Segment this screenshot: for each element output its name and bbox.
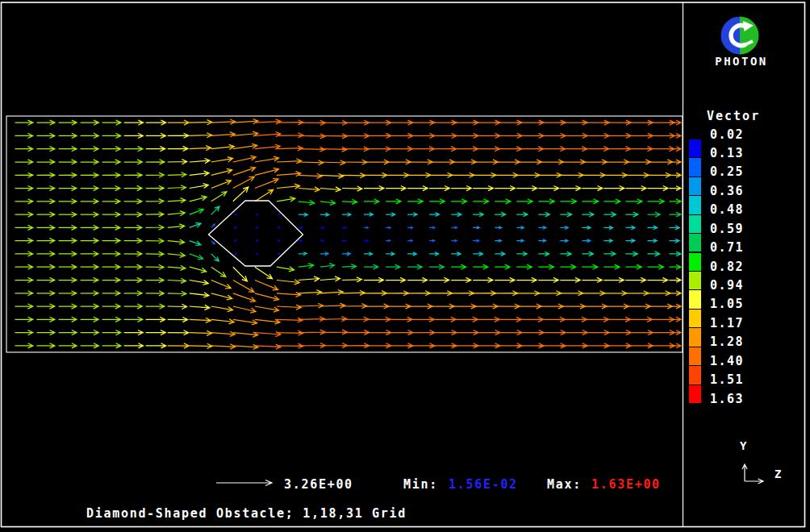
vector-arrow xyxy=(168,252,186,257)
legend-swatch xyxy=(689,215,701,233)
vector-arrow xyxy=(386,213,395,217)
vector-arrow xyxy=(451,291,474,296)
legend-value-label: 0.02 xyxy=(710,128,775,142)
vector-arrow xyxy=(407,227,412,229)
vector-arrow xyxy=(190,318,211,322)
vector-arrow xyxy=(124,160,143,164)
vector-arrow xyxy=(451,239,457,242)
vector-arrow xyxy=(648,251,660,256)
vector-arrow xyxy=(560,212,571,217)
vector-arrow xyxy=(190,293,209,297)
blocked-cell-dot xyxy=(256,227,258,229)
vector-arrow xyxy=(342,199,357,204)
vector-arrow xyxy=(59,304,77,309)
vector-arrow xyxy=(233,167,256,175)
vector-arrow xyxy=(670,304,682,309)
vector-arrow xyxy=(146,212,164,217)
legend-swatch xyxy=(689,272,701,289)
vector-arrow xyxy=(582,172,605,177)
vector-arrow xyxy=(255,144,280,149)
vector-arrow xyxy=(15,225,33,230)
vector-arrow xyxy=(670,239,680,243)
vector-arrow xyxy=(102,225,120,230)
vector-arrow xyxy=(146,133,166,138)
vector-arrow xyxy=(364,304,389,309)
vector-arrow xyxy=(211,192,227,202)
vector-arrow xyxy=(59,330,77,335)
vector-arrow xyxy=(516,264,532,269)
vector-arrow xyxy=(59,225,77,230)
vector-arrow xyxy=(407,160,432,164)
vector-arrow xyxy=(81,330,99,335)
vector-arrow xyxy=(648,291,670,296)
vector-arrow xyxy=(538,251,549,256)
vector-arrow xyxy=(81,199,98,204)
vector-arrow xyxy=(190,241,201,246)
vector-arrow xyxy=(37,172,55,177)
vector-arrow xyxy=(451,160,476,164)
vector-arrow xyxy=(516,212,528,216)
vector-arrow xyxy=(37,225,55,230)
vector-arrow xyxy=(15,199,33,204)
legend-swatch xyxy=(689,366,701,384)
vector-arrow xyxy=(342,240,345,242)
vector-arrow xyxy=(670,278,682,283)
vector-arrow xyxy=(124,133,144,138)
vector-arrow xyxy=(37,133,55,138)
vector-arrow xyxy=(190,171,209,176)
vector-arrow xyxy=(516,160,541,164)
photon-logo-label: PHOTON xyxy=(704,55,779,69)
vector-arrow xyxy=(37,186,55,191)
blocked-cell-dot xyxy=(256,253,258,256)
vector-arrow xyxy=(81,160,98,164)
vector-arrow xyxy=(146,225,164,230)
vector-arrow xyxy=(582,226,591,229)
blocked-cell-dot xyxy=(234,227,236,229)
vector-arrow xyxy=(648,199,665,204)
vector-arrow xyxy=(670,251,682,256)
vector-arrow xyxy=(364,240,368,242)
vector-arrow xyxy=(407,291,430,296)
vector-arrow xyxy=(516,199,532,204)
vector-arrow xyxy=(451,186,471,191)
vector-arrow xyxy=(146,172,165,177)
vector-arrow xyxy=(255,179,278,189)
vector-arrow xyxy=(495,251,505,256)
vector-arrow xyxy=(364,252,373,256)
vector-arrow xyxy=(648,160,673,164)
vector-arrow xyxy=(124,199,142,204)
vector-arrow xyxy=(538,186,558,191)
vector-arrow xyxy=(560,226,568,229)
vector-arrow xyxy=(211,119,236,124)
vector-arrow xyxy=(320,264,335,268)
vector-arrow xyxy=(625,212,638,217)
vector-arrow xyxy=(451,199,466,204)
vector-arrow xyxy=(211,344,236,349)
vector-arrow xyxy=(603,199,620,204)
vector-arrow xyxy=(102,277,120,282)
vector-arrow xyxy=(37,343,56,348)
vector-arrow xyxy=(582,239,590,243)
vector-arrow xyxy=(320,227,324,228)
vector-arrow xyxy=(342,277,361,282)
legend-value-label: 0.94 xyxy=(710,279,775,293)
vector-arrow xyxy=(320,200,336,205)
vector-arrow xyxy=(364,264,378,269)
vector-arrow xyxy=(277,159,302,164)
vector-arrow xyxy=(386,252,395,256)
vector-arrow xyxy=(102,212,120,217)
vector-arrow xyxy=(495,277,515,282)
vector-arrow xyxy=(233,119,258,124)
vector-arrow xyxy=(625,304,650,309)
vector-arrow xyxy=(582,212,594,217)
vector-arrow xyxy=(233,293,256,302)
vector-arrow xyxy=(81,251,98,256)
vector-arrow xyxy=(211,180,232,188)
vector-arrow xyxy=(277,146,303,151)
vector-arrow xyxy=(299,213,308,217)
vector-arrow xyxy=(670,291,682,296)
vector-arrow xyxy=(473,304,498,309)
vector-arrow xyxy=(81,291,98,296)
vector-arrow xyxy=(582,186,602,191)
vector-arrow xyxy=(233,306,256,313)
